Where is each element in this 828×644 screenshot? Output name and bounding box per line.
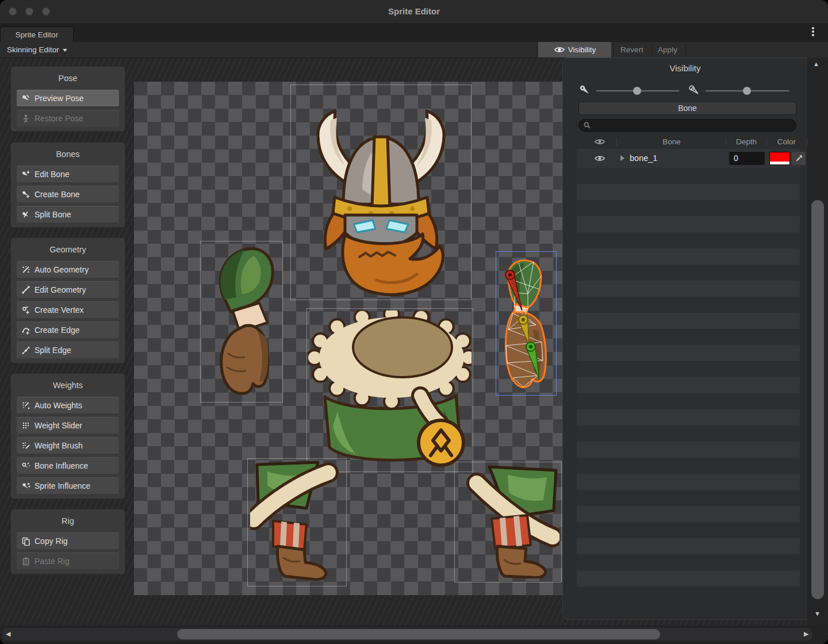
apply-button[interactable]: Apply [653, 42, 682, 57]
empty-list-row [577, 570, 800, 586]
bone-table-header: Bone Depth Color [577, 135, 800, 150]
empty-list-row [577, 409, 800, 425]
paste-rig-icon [21, 557, 30, 566]
edit-bone-icon [21, 170, 30, 179]
split-edge-label: Split Edge [34, 346, 71, 355]
empty-list-row [577, 168, 800, 184]
group-title-pose: Pose [17, 71, 119, 85]
bone-opacity-slider-knob[interactable] [633, 87, 641, 95]
empty-list-row [577, 538, 800, 554]
empty-list-row [577, 554, 800, 570]
eye-icon [554, 46, 565, 53]
create-vertex-icon [21, 305, 30, 315]
weight-brush-button[interactable]: Weight Brush [17, 437, 119, 454]
create-edge-button[interactable]: Create Edge [17, 321, 119, 338]
bone-filled-icon [579, 85, 591, 96]
viking-torso-sprite[interactable] [308, 310, 471, 471]
header-separator [616, 138, 617, 146]
bone-influence-icon [21, 461, 30, 470]
viking-right-leg-sprite[interactable] [456, 463, 559, 578]
eyedropper-button[interactable] [792, 152, 806, 165]
scroll-left-arrow[interactable]: ◀ [6, 631, 10, 637]
viking-arm-selected-sprite[interactable] [498, 256, 555, 394]
create-vertex-label: Create Vertex [34, 305, 84, 315]
empty-list-row [577, 329, 800, 345]
group-bones: BonesEdit BoneCreate BoneSplit Bone [10, 142, 125, 228]
bone-color-swatch[interactable] [769, 152, 790, 165]
header-color[interactable]: Color [769, 135, 804, 149]
copy-rig-label: Copy Rig [34, 536, 68, 546]
expand-triangle-icon[interactable] [620, 155, 624, 161]
tab-sprite-editor[interactable]: Sprite Editor [0, 26, 74, 42]
empty-list-row [577, 506, 800, 522]
chevron-down-icon [63, 49, 67, 52]
kebab-menu-icon[interactable] [810, 26, 816, 40]
restore-pose-icon [21, 114, 30, 123]
create-edge-icon [21, 325, 30, 335]
revert-button[interactable]: Revert [614, 42, 650, 57]
create-bone-button[interactable]: Create Bone [17, 186, 119, 202]
viking-arm-sprite[interactable] [204, 244, 279, 400]
tab-label: Sprite Editor [16, 30, 58, 39]
bone-row[interactable]: bone_1 0 [577, 149, 800, 168]
empty-list-row [577, 297, 800, 313]
weight-slider-button[interactable]: Weight Slider [17, 417, 119, 434]
group-pose: PosePreview PoseRestore Pose [10, 66, 125, 132]
scroll-up-arrow[interactable]: ▲ [813, 61, 819, 67]
empty-list-row [577, 377, 800, 393]
auto-weights-button[interactable]: Auto Weights [17, 397, 119, 413]
edit-bone-button[interactable]: Edit Bone [17, 166, 119, 182]
sprite-influence-icon [21, 481, 30, 490]
swatch-color-area [770, 152, 789, 162]
split-bone-button[interactable]: Split Bone [17, 206, 119, 223]
edit-geometry-button[interactable]: Edit Geometry [17, 281, 119, 298]
bone-outline-icon [688, 85, 700, 96]
empty-list-row [577, 522, 800, 538]
header-depth[interactable]: Depth [729, 135, 764, 149]
preview-pose-button[interactable]: Preview Pose [17, 90, 119, 106]
mesh-opacity-slider-knob[interactable] [743, 87, 751, 95]
header-bone[interactable]: Bone [628, 135, 715, 149]
empty-list-row [577, 232, 800, 248]
search-input[interactable] [578, 119, 796, 132]
paste-rig-button[interactable]: Paste Rig [17, 553, 119, 569]
sprite-influence-button[interactable]: Sprite Influence [17, 477, 119, 494]
swatch-alpha-bar [770, 162, 789, 164]
window-title: Sprite Editor [0, 0, 828, 23]
viking-left-leg-sprite[interactable] [250, 460, 345, 584]
group-title-rig: Rig [17, 514, 119, 528]
scroll-right-arrow[interactable]: ▶ [804, 631, 808, 637]
create-vertex-button[interactable]: Create Vertex [17, 301, 119, 318]
empty-list-row [577, 425, 800, 442]
group-title-bones: Bones [17, 147, 119, 161]
skinning-editor-dropdown[interactable]: Skinning Editor [3, 42, 71, 57]
auto-weights-icon [21, 401, 30, 410]
bone-name: bone_1 [630, 149, 657, 168]
depth-field[interactable]: 0 [729, 152, 765, 165]
restore-pose-button[interactable]: Restore Pose [17, 110, 119, 126]
toolbar-separator [685, 44, 686, 55]
empty-list-row [577, 216, 800, 232]
create-bone-icon [21, 190, 30, 199]
scroll-down-arrow[interactable]: ▼ [814, 611, 821, 617]
header-separator [726, 138, 726, 146]
empty-list-row [577, 474, 800, 490]
horizontal-scrollbar-thumb[interactable] [177, 629, 660, 639]
vertical-scrollbar-thumb[interactable] [811, 200, 824, 599]
split-bone-icon [21, 210, 30, 219]
copy-rig-button[interactable]: Copy Rig [17, 532, 119, 549]
tab-strip: Sprite Editor [0, 23, 828, 42]
viking-head-sprite[interactable] [290, 85, 471, 300]
split-edge-button[interactable]: Split Edge [17, 342, 119, 358]
group-title-weights: Weights [17, 378, 119, 392]
tab-bone[interactable]: Bone [578, 102, 796, 115]
restore-pose-label: Restore Pose [34, 114, 83, 123]
empty-list-row [577, 442, 800, 458]
auto-geometry-button[interactable]: Auto Geometry [17, 261, 119, 278]
create-edge-label: Create Edge [34, 325, 80, 335]
eye-icon[interactable] [594, 155, 605, 162]
auto-weights-label: Auto Weights [34, 401, 82, 410]
bone-influence-button[interactable]: Bone Influence [17, 457, 119, 474]
group-geometry: GeometryAuto GeometryEdit GeometryCreate… [10, 237, 125, 363]
visibility-toggle-button[interactable]: Visibility [538, 42, 611, 57]
